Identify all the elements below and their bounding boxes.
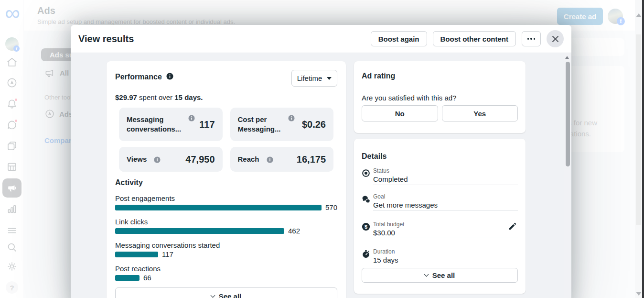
edit-pencil-icon[interactable]: [508, 221, 517, 231]
view-results-modal: View results Boost again Boost other con…: [71, 25, 571, 298]
activity-bar: [115, 252, 158, 257]
metric-label: Messaging conversations...: [127, 115, 181, 134]
more-options-button[interactable]: [522, 31, 541, 46]
metric-label: Reach: [238, 155, 259, 164]
see-all-label: See all: [219, 292, 242, 298]
performance-card: Performance Lifetime $29.97 spent over 1…: [107, 61, 346, 298]
boost-again-button[interactable]: Boost again: [371, 31, 427, 46]
rating-no-button[interactable]: No: [362, 105, 438, 121]
activity-label: Post reactions: [115, 265, 337, 273]
detail-label: Total budget: [373, 221, 518, 228]
divider: [373, 238, 518, 238]
detail-value: Completed: [373, 175, 518, 184]
details-see-all-button[interactable]: See all: [362, 268, 518, 283]
page-scrollbar-thumb[interactable]: [636, 34, 641, 225]
date-range-value: Lifetime: [297, 74, 322, 82]
activity-bar: [115, 275, 140, 281]
detail-label: Goal: [373, 193, 518, 200]
activity-value: 570: [325, 205, 337, 210]
detail-row-budget: $ Total budget $30.00: [362, 221, 518, 237]
close-icon: [552, 35, 559, 43]
see-all-label: See all: [432, 271, 455, 279]
chevron-down-icon: [424, 272, 429, 277]
metric-value: 117: [199, 119, 215, 130]
metrics-grid: Messaging conversations... 117 Cost per …: [119, 108, 333, 172]
chevron-down-icon: [210, 293, 215, 298]
activity-value: 462: [288, 228, 300, 234]
modal-header: View results Boost again Boost other con…: [71, 25, 571, 53]
spend-duration: 15 days.: [174, 93, 203, 101]
metric-value: 16,175: [297, 154, 326, 165]
activity-value: 66: [143, 275, 151, 281]
divider: [373, 210, 518, 211]
detail-value: 15 days: [373, 255, 518, 265]
close-button[interactable]: [547, 30, 564, 47]
window-edge: [642, 0, 644, 298]
spend-text: spent over: [137, 93, 174, 101]
ad-rating-card: Ad rating Are you satisfied with this ad…: [354, 61, 526, 133]
metric-box[interactable]: Reach 16,175: [230, 147, 334, 172]
detail-label: Duration: [373, 248, 518, 255]
activity-row: Messaging conversations started 117: [115, 241, 337, 257]
activity-heading: Activity: [115, 178, 337, 187]
status-icon: [362, 169, 370, 177]
boost-other-content-button[interactable]: Boost other content: [433, 31, 516, 46]
metric-label: Cost per Messaging...: [238, 115, 281, 134]
detail-value: $30.00: [373, 228, 518, 237]
activity-row: Post engagements 570: [115, 194, 337, 210]
performance-heading: Performance: [115, 73, 162, 81]
ad-rating-question: Are you satisfied with this ad?: [362, 94, 518, 102]
chevron-down-icon: [327, 77, 332, 80]
spend-amount: $29.97: [115, 93, 137, 101]
ad-rating-heading: Ad rating: [362, 72, 518, 80]
metric-box[interactable]: Views 47,950: [119, 147, 223, 172]
details-card: Details Status Completed Goal Get more m…: [354, 139, 526, 294]
scroll-up-arrow-icon[interactable]: [565, 56, 569, 59]
activity-bar: [115, 205, 322, 210]
rating-yes-button[interactable]: Yes: [442, 105, 518, 121]
detail-value: Get more messages: [373, 200, 518, 210]
metric-label: Views: [127, 155, 147, 164]
modal-scrollbar-thumb[interactable]: [566, 62, 570, 166]
scroll-up-arrow-icon[interactable]: [636, 13, 642, 17]
info-icon[interactable]: [166, 73, 173, 80]
info-icon[interactable]: [188, 115, 195, 121]
metric-box[interactable]: Messaging conversations... 117: [119, 108, 223, 141]
duration-icon: [362, 250, 370, 258]
detail-row-duration: Duration 15 days: [362, 248, 518, 265]
activity-bar: [115, 228, 284, 234]
metric-box[interactable]: Cost per Messaging... $0.26: [230, 108, 334, 141]
activity-label: Post engagements: [115, 194, 337, 203]
activity-row: Post reactions 66: [115, 265, 337, 281]
info-icon[interactable]: [288, 115, 295, 121]
info-icon[interactable]: [154, 156, 161, 163]
detail-row-status: Status Completed: [362, 167, 518, 184]
activity-value: 117: [162, 252, 173, 257]
goal-icon: [362, 195, 371, 204]
activity-label: Messaging conversations started: [115, 241, 337, 250]
activity-row: Link clicks 462: [115, 218, 337, 234]
activity-see-all-button[interactable]: See all: [115, 287, 337, 298]
metric-value: 47,950: [185, 154, 215, 165]
detail-label: Status: [373, 167, 518, 174]
metric-value: $0.26: [302, 119, 326, 130]
scroll-down-arrow-icon[interactable]: [636, 292, 642, 296]
info-icon[interactable]: [267, 156, 273, 163]
spend-summary: $29.97 spent over 15 days.: [115, 93, 337, 101]
modal-title: View results: [78, 33, 365, 44]
date-range-dropdown[interactable]: Lifetime: [291, 70, 337, 87]
activity-label: Link clicks: [115, 218, 337, 226]
divider: [373, 185, 518, 185]
svg-text:$: $: [365, 224, 367, 230]
budget-icon: $: [362, 222, 370, 231]
detail-row-goal: Goal Get more messages: [362, 193, 518, 210]
details-heading: Details: [362, 152, 518, 161]
